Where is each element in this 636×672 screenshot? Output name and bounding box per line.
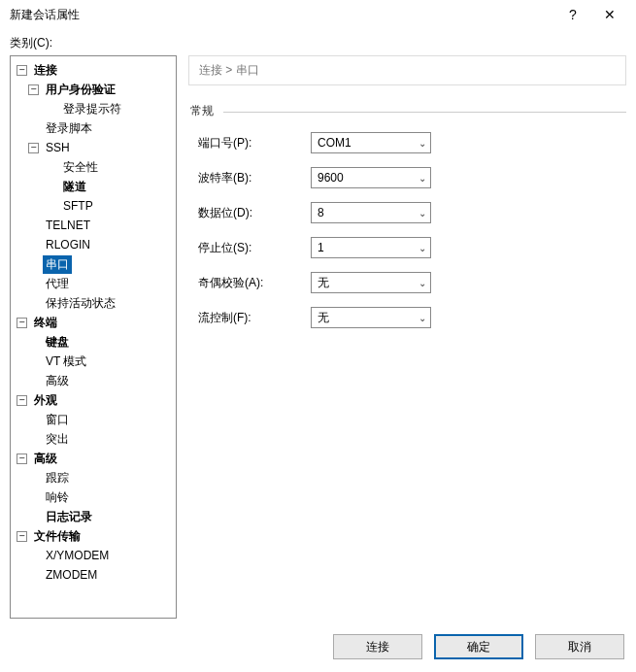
tree-item-ssh[interactable]: SSH	[43, 140, 73, 155]
divider	[223, 112, 626, 113]
collapse-icon[interactable]: −	[17, 318, 27, 328]
collapse-icon[interactable]: −	[17, 395, 27, 406]
port-label: 端口号(P):	[198, 135, 311, 151]
stopbits-label: 停止位(S):	[198, 240, 311, 256]
stopbits-combo[interactable]: 1 ⌄	[311, 237, 431, 258]
tree-item-tunnel[interactable]: 隧道	[60, 178, 89, 196]
collapse-icon[interactable]: −	[17, 65, 27, 76]
tree-item-xymodem[interactable]: X/YMODEM	[43, 548, 112, 563]
collapse-icon[interactable]: −	[28, 84, 39, 95]
connect-button[interactable]: 连接	[333, 634, 422, 659]
group-label: 常规	[190, 103, 626, 119]
tree-item-vtmode[interactable]: VT 模式	[43, 353, 89, 371]
category-label: 类别(C):	[0, 29, 636, 55]
help-button[interactable]: ?	[554, 1, 591, 28]
tree-item-bell[interactable]: 响铃	[43, 488, 72, 507]
parity-label: 奇偶校验(A):	[198, 275, 311, 291]
titlebar: 新建会话属性 ? ✕	[0, 0, 636, 29]
databits-value: 8	[318, 206, 324, 219]
help-icon: ?	[569, 7, 577, 22]
chevron-down-icon: ⌄	[418, 313, 426, 323]
window-title: 新建会话属性	[10, 7, 554, 23]
tree-item-connection[interactable]: 连接	[31, 61, 60, 80]
port-value: COM1	[318, 136, 351, 150]
tree-item-advanced[interactable]: 高级	[31, 450, 60, 468]
baud-value: 9600	[318, 171, 344, 185]
dialog-footer: 连接 确定 取消	[0, 619, 636, 659]
tree-item-proxy[interactable]: 代理	[43, 275, 72, 293]
chevron-down-icon: ⌄	[418, 173, 426, 184]
tree-item-auth[interactable]: 用户身份验证	[43, 81, 118, 99]
tree-item-logging[interactable]: 日志记录	[43, 508, 95, 526]
settings-panel: 连接 > 串口 常规 端口号(P): COM1 ⌄ 波特率(B): 9600 ⌄…	[177, 55, 626, 619]
breadcrumb: 连接 > 串口	[188, 55, 626, 85]
tree-item-sftp[interactable]: SFTP	[60, 198, 96, 214]
close-button[interactable]: ✕	[591, 1, 628, 28]
tree-item-filetransfer[interactable]: 文件传输	[31, 527, 84, 546]
chevron-down-icon: ⌄	[418, 243, 426, 253]
chevron-down-icon: ⌄	[418, 208, 426, 218]
stopbits-value: 1	[318, 241, 324, 254]
tree-item-security[interactable]: 安全性	[60, 158, 101, 177]
parity-value: 无	[318, 275, 329, 291]
tree-item-window[interactable]: 窗口	[43, 411, 72, 429]
databits-label: 数据位(D):	[198, 205, 311, 221]
flow-combo[interactable]: 无 ⌄	[311, 307, 431, 328]
tree-item-rlogin[interactable]: RLOGIN	[43, 237, 93, 252]
cancel-button[interactable]: 取消	[535, 634, 624, 659]
close-icon: ✕	[604, 7, 616, 22]
tree-item-login-prompt[interactable]: 登录提示符	[60, 100, 124, 118]
collapse-icon[interactable]: −	[17, 531, 27, 542]
port-combo[interactable]: COM1 ⌄	[311, 132, 431, 153]
category-tree[interactable]: −连接 −用户身份验证 登录提示符 登录脚本 −SSH 安全性 隧道 SFTP	[10, 55, 177, 619]
chevron-down-icon: ⌄	[418, 138, 426, 149]
tree-item-serial[interactable]: 串口	[43, 255, 72, 274]
collapse-icon[interactable]: −	[28, 143, 39, 153]
tree-item-keyboard[interactable]: 键盘	[43, 333, 72, 352]
tree-item-zmodem[interactable]: ZMODEM	[43, 567, 100, 583]
collapse-icon[interactable]: −	[17, 454, 27, 464]
chevron-down-icon: ⌄	[418, 278, 426, 288]
databits-combo[interactable]: 8 ⌄	[311, 202, 431, 223]
baud-label: 波特率(B):	[198, 170, 311, 186]
tree-item-terminal[interactable]: 终端	[31, 314, 60, 332]
baud-combo[interactable]: 9600 ⌄	[311, 167, 431, 188]
parity-combo[interactable]: 无 ⌄	[311, 272, 431, 293]
tree-item-advanced1[interactable]: 高级	[43, 372, 72, 390]
group-label-text: 常规	[190, 104, 214, 118]
flow-label: 流控制(F):	[198, 310, 311, 326]
tree-item-login-script[interactable]: 登录脚本	[43, 119, 95, 138]
tree-item-appearance[interactable]: 外观	[31, 391, 60, 410]
tree-item-trace[interactable]: 跟踪	[43, 469, 72, 487]
ok-button[interactable]: 确定	[434, 634, 523, 659]
tree-item-highlight[interactable]: 突出	[43, 430, 72, 449]
tree-item-keepalive[interactable]: 保持活动状态	[43, 294, 118, 313]
flow-value: 无	[318, 310, 329, 326]
tree-item-telnet[interactable]: TELNET	[43, 218, 93, 233]
